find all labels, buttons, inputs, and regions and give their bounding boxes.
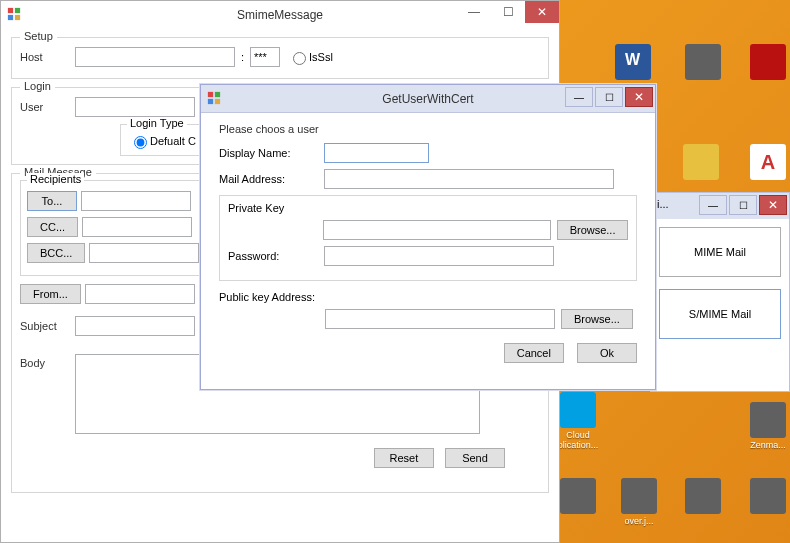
display-name-input[interactable] bbox=[324, 143, 429, 163]
to-input[interactable] bbox=[81, 191, 191, 211]
desktop-icon-pdf[interactable] bbox=[745, 44, 790, 82]
winform-icon bbox=[207, 91, 221, 105]
dlg-minimize-button[interactable]: — bbox=[565, 87, 593, 107]
desktop-icon-zenma[interactable]: Zenma... bbox=[745, 402, 790, 450]
dlg-maximize-button[interactable]: ☐ bbox=[595, 87, 623, 107]
setup-legend: Setup bbox=[20, 30, 57, 42]
login-type-legend: Login Type bbox=[127, 117, 187, 129]
bcc-input[interactable] bbox=[89, 243, 199, 263]
default-cred-radio[interactable] bbox=[134, 136, 147, 149]
cancel-button[interactable]: Cancel bbox=[504, 343, 564, 363]
to-button[interactable]: To... bbox=[27, 191, 77, 211]
port-input[interactable] bbox=[250, 47, 280, 67]
desktop-icon-generic2[interactable] bbox=[555, 478, 601, 516]
svg-rect-1 bbox=[15, 8, 20, 13]
mime-mail-button[interactable]: MIME Mail bbox=[659, 227, 781, 277]
bg-maximize-button[interactable]: ☐ bbox=[491, 1, 525, 23]
dlg-titlebar[interactable]: GetUserWithCert — ☐ ✕ bbox=[201, 85, 655, 113]
desktop-icon-generic3[interactable] bbox=[680, 478, 726, 516]
winform-icon bbox=[7, 7, 21, 21]
private-key-legend: Private Key bbox=[228, 202, 284, 214]
password-input[interactable] bbox=[324, 246, 554, 266]
rt-titlebar[interactable]: i... — ☐ ✕ bbox=[651, 193, 789, 219]
desktop-icon-over[interactable]: over.j... bbox=[616, 478, 662, 526]
login-type-fieldset: Login Type Defualt C bbox=[120, 124, 205, 156]
svg-rect-5 bbox=[215, 92, 220, 97]
svg-rect-3 bbox=[15, 15, 20, 20]
cc-input[interactable] bbox=[82, 217, 192, 237]
host-label: Host bbox=[20, 51, 75, 63]
public-key-label: Public key Address: bbox=[219, 291, 315, 303]
password-label: Password: bbox=[228, 250, 324, 262]
rt-minimize-button[interactable]: — bbox=[699, 195, 727, 215]
default-cred-label: Defualt C bbox=[150, 135, 196, 147]
host-input[interactable] bbox=[75, 47, 235, 67]
svg-rect-2 bbox=[8, 15, 13, 20]
user-label: User bbox=[20, 101, 75, 113]
display-name-label: Display Name: bbox=[219, 147, 324, 159]
get-user-with-cert-dialog: GetUserWithCert — ☐ ✕ Please choos a use… bbox=[200, 84, 656, 390]
bg-titlebar[interactable]: SmimeMessage — ☐ ✕ bbox=[1, 1, 559, 29]
recipients-legend: Recipients bbox=[27, 173, 84, 185]
mail-address-input[interactable] bbox=[324, 169, 614, 189]
subject-label: Subject bbox=[20, 320, 75, 332]
desktop-icon-generic[interactable] bbox=[680, 44, 726, 82]
send-button[interactable]: Send bbox=[445, 448, 505, 468]
rt-close-button[interactable]: ✕ bbox=[759, 195, 787, 215]
from-input[interactable] bbox=[85, 284, 195, 304]
reset-button[interactable]: Reset bbox=[374, 448, 434, 468]
bg-minimize-button[interactable]: — bbox=[457, 1, 491, 23]
desktop-icon-word[interactable] bbox=[610, 44, 656, 82]
private-key-path-input[interactable] bbox=[323, 220, 551, 240]
public-key-browse-button[interactable]: Browse... bbox=[561, 309, 633, 329]
user-input[interactable] bbox=[75, 97, 195, 117]
desktop-icon-cloud[interactable]: Cloud plication... bbox=[555, 392, 601, 450]
svg-rect-7 bbox=[215, 99, 220, 104]
ok-button[interactable]: Ok bbox=[577, 343, 637, 363]
svg-rect-0 bbox=[8, 8, 13, 13]
rt-title-suffix: i... bbox=[657, 198, 669, 210]
login-legend: Login bbox=[20, 80, 55, 92]
public-key-input[interactable] bbox=[325, 309, 555, 329]
desktop-icon-font[interactable]: A bbox=[745, 144, 790, 182]
cc-button[interactable]: CC... bbox=[27, 217, 78, 237]
subject-input[interactable] bbox=[75, 316, 195, 336]
bcc-button[interactable]: BCC... bbox=[27, 243, 85, 263]
svg-rect-6 bbox=[208, 99, 213, 104]
from-button[interactable]: From... bbox=[20, 284, 81, 304]
right-partial-window: i... — ☐ ✕ MIME Mail S/MIME Mail bbox=[650, 192, 790, 392]
desktop-icon-generic4[interactable] bbox=[745, 478, 790, 516]
smime-mail-button[interactable]: S/MIME Mail bbox=[659, 289, 781, 339]
rt-maximize-button[interactable]: ☐ bbox=[729, 195, 757, 215]
private-key-fieldset: Private Key Browse... Password: bbox=[219, 195, 637, 281]
desktop-icon-gear[interactable] bbox=[678, 144, 724, 182]
dlg-instruction: Please choos a user bbox=[219, 123, 637, 135]
setup-fieldset: Setup Host : IsSsl bbox=[11, 37, 549, 79]
port-separator: : bbox=[241, 51, 244, 63]
private-key-browse-button[interactable]: Browse... bbox=[557, 220, 628, 240]
body-label: Body bbox=[20, 357, 75, 369]
svg-rect-4 bbox=[208, 92, 213, 97]
isssl-radio[interactable]: IsSsl bbox=[288, 49, 333, 65]
dlg-close-button[interactable]: ✕ bbox=[625, 87, 653, 107]
recipients-fieldset: Recipients To... CC... BCC... bbox=[20, 180, 206, 276]
mail-address-label: Mail Address: bbox=[219, 173, 324, 185]
bg-close-button[interactable]: ✕ bbox=[525, 1, 559, 23]
